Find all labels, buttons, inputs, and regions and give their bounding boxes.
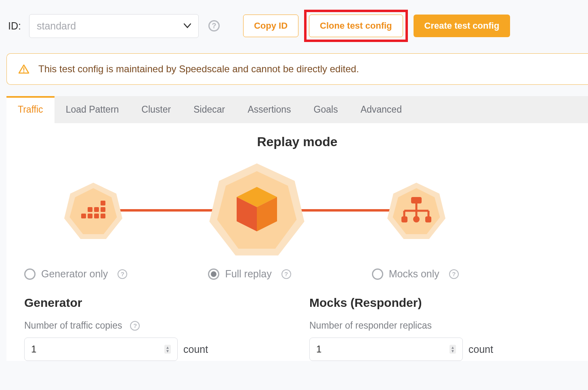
traffic-copies-input[interactable]: 1 ▲▼ (24, 338, 178, 361)
input-value: 1 (31, 344, 36, 355)
svg-rect-8 (88, 207, 92, 212)
mocks-field-row: 1 ▲▼ count (309, 338, 570, 361)
tab-cluster[interactable]: Cluster (130, 96, 182, 123)
generator-node (63, 181, 124, 241)
svg-rect-10 (101, 207, 105, 212)
responder-replicas-unit: count (468, 344, 493, 355)
id-label: ID: (8, 20, 21, 32)
clone-highlight: Clone test config (304, 10, 407, 42)
generator-field-row: 1 ▲▼ count (24, 338, 285, 361)
generator-heading: Generator (24, 296, 285, 310)
tab-goals[interactable]: Goals (302, 96, 349, 123)
toolbar: ID: standard ? Copy ID Clone test config… (0, 0, 588, 53)
responder-replicas-input[interactable]: 1 ▲▼ (309, 338, 463, 361)
radio-icon (24, 268, 36, 280)
cube-icon (235, 185, 279, 235)
radio-label: Full replay (225, 268, 271, 280)
svg-rect-5 (88, 214, 92, 218)
full-replay-node (208, 161, 305, 258)
traffic-copies-unit: count (183, 344, 208, 355)
mocks-field-label: Number of responder replicas (309, 320, 570, 331)
copy-id-button[interactable]: Copy ID (243, 15, 298, 37)
replay-mode-options: Generator only ? Full replay ? Mocks onl… (6, 258, 588, 296)
warning-icon (18, 64, 29, 74)
help-icon[interactable]: ? (449, 269, 459, 279)
tab-traffic[interactable]: Traffic (6, 96, 55, 123)
radio-mocks-only[interactable]: Mocks only ? (372, 268, 459, 280)
radio-full-replay[interactable]: Full replay ? (208, 268, 291, 280)
create-test-config-button[interactable]: Create test config (414, 15, 510, 37)
id-select[interactable]: standard (29, 14, 199, 38)
mocks-heading: Mocks (Responder) (309, 296, 570, 310)
stepper-icon[interactable]: ▲▼ (164, 345, 171, 354)
tab-advanced[interactable]: Advanced (349, 96, 413, 123)
clone-test-config-button[interactable]: Clone test config (309, 15, 403, 37)
svg-point-26 (413, 216, 420, 222)
svg-rect-19 (411, 197, 422, 203)
svg-point-1 (23, 71, 25, 73)
replay-diagram (6, 161, 588, 258)
replay-mode-title: Replay mode (6, 134, 588, 149)
help-icon[interactable]: ? (130, 321, 140, 331)
alert-text: This test config is maintained by Speeds… (38, 63, 359, 75)
tab-sidecar[interactable]: Sidecar (182, 96, 236, 123)
tab-load-pattern[interactable]: Load Pattern (55, 96, 130, 123)
hierarchy-icon (401, 197, 432, 225)
svg-rect-9 (94, 207, 99, 212)
input-value: 1 (316, 344, 321, 355)
mocks-section: Mocks (Responder) Number of responder re… (309, 296, 570, 361)
help-icon[interactable]: ? (281, 269, 291, 279)
svg-rect-11 (101, 201, 105, 205)
id-select-value: standard (37, 20, 76, 32)
radio-icon (208, 268, 219, 280)
svg-rect-4 (81, 214, 86, 218)
tab-assertions[interactable]: Assertions (236, 96, 302, 123)
generator-field-label: Number of traffic copies ? (24, 320, 285, 331)
radio-icon (372, 268, 383, 280)
bars-icon (81, 201, 105, 222)
config-sections: Generator Number of traffic copies ? 1 ▲… (6, 296, 588, 361)
generator-section: Generator Number of traffic copies ? 1 ▲… (24, 296, 285, 361)
svg-rect-27 (425, 216, 431, 222)
svg-rect-7 (101, 214, 105, 218)
chevron-down-icon (184, 22, 191, 30)
radio-label: Mocks only (389, 268, 439, 280)
mocks-node (386, 181, 447, 241)
radio-label: Generator only (41, 268, 108, 280)
stepper-icon[interactable]: ▲▼ (449, 345, 456, 354)
help-icon[interactable]: ? (118, 269, 127, 279)
readonly-alert: This test config is maintained by Speeds… (6, 53, 588, 85)
help-icon[interactable]: ? (208, 20, 220, 31)
svg-rect-25 (401, 216, 407, 222)
svg-rect-6 (94, 214, 99, 218)
tabs: Traffic Load Pattern Cluster Sidecar Ass… (6, 96, 588, 123)
radio-generator-only[interactable]: Generator only ? (24, 268, 127, 280)
traffic-panel: Replay mode (6, 123, 588, 361)
